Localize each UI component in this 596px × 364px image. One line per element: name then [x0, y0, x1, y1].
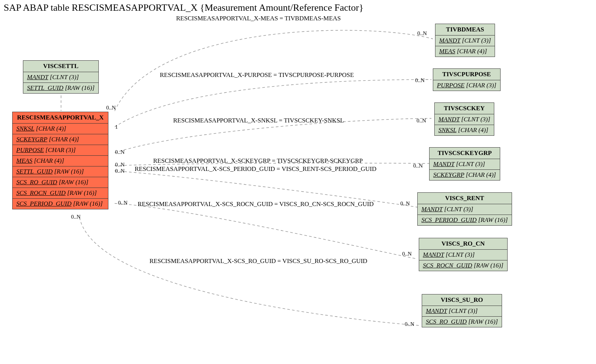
field-row: SCS_RO_GUID [RAW (16)]	[422, 317, 502, 327]
field-row: MANDT [CLNT (3)]	[435, 36, 495, 46]
entity-main: RESCISMEASAPPORTVAL_X SNKSL [CHAR (4)] S…	[12, 112, 108, 209]
cardinality: 0..N	[400, 200, 410, 207]
field-row: MANDT [CLNT (3)]	[419, 250, 507, 260]
field-row: SETTL_GUID [RAW (16)]	[23, 83, 98, 93]
field-row: MANDT [CLNT (3)]	[430, 159, 500, 170]
page-title: SAP ABAP table RESCISMEASAPPORTVAL_X {Me…	[4, 2, 364, 13]
entity-tivbdmeas: TIVBDMEAS MANDT [CLNT (3)] MEAS [CHAR (4…	[435, 24, 495, 57]
field-row: SNKSL [CHAR (4)]	[435, 125, 494, 135]
cardinality: 0..N	[115, 168, 125, 174]
field-row: SCS_ROCN_GUID [RAW (16)]	[419, 260, 507, 271]
cardinality: 0..N	[405, 321, 414, 327]
relation-label: RESCISMEASAPPORTVAL_X-PURPOSE = TIVSCPUR…	[160, 71, 354, 79]
field-row: SCKEYGRP [CHAR (4)]	[430, 170, 500, 180]
entity-header: RESCISMEASAPPORTVAL_X	[13, 112, 108, 124]
relation-label: RESCISMEASAPPORTVAL_X-MEAS = TIVBDMEAS-M…	[176, 15, 341, 22]
entity-header: VISCS_SU_RO	[422, 294, 502, 306]
entity-header: TIVSCPURPOSE	[433, 69, 500, 80]
field-row: SETTL_GUID [RAW (16)]	[13, 166, 108, 177]
cardinality: 0..N	[417, 118, 426, 124]
relation-label: RESCISMEASAPPORTVAL_X-SCS_PERIOD_GUID = …	[135, 165, 376, 173]
field-row: PURPOSE [CHAR (3)]	[13, 145, 108, 156]
entity-header: VISCS_RENT	[418, 193, 512, 204]
field-row: SCS_PERIOD_GUID [RAW (16)]	[13, 199, 108, 209]
field-row: MANDT [CLNT (3)]	[23, 72, 98, 83]
entity-tivscpurpose: TIVSCPURPOSE PURPOSE [CHAR (3)]	[433, 68, 501, 91]
field-row: MANDT [CLNT (3)]	[422, 306, 502, 317]
entity-header: TIVSCSCKEY	[435, 103, 494, 114]
entity-header: VISCSETTL	[23, 61, 98, 72]
entity-tivscsckeygrp: TIVSCSCKEYGRP MANDT [CLNT (3)] SCKEYGRP …	[429, 147, 500, 181]
cardinality: 0..N	[71, 214, 81, 220]
entity-viscs-ro-cn: VISCS_RO_CN MANDT [CLNT (3)] SCS_ROCN_GU…	[419, 238, 508, 271]
relation-label: RESCISMEASAPPORTVAL_X-SCS_ROCN_GUID = VI…	[138, 200, 374, 208]
field-row: MEAS [CHAR (4)]	[435, 46, 495, 57]
field-row: SNKSL [CHAR (4)]	[13, 124, 108, 134]
cardinality: 0..N	[415, 77, 425, 84]
cardinality: 0..N	[118, 200, 128, 206]
cardinality: 0..N	[417, 30, 427, 37]
field-row: SCS_ROCN_GUID [RAW (16)]	[13, 188, 108, 199]
entity-viscs-su-ro: VISCS_SU_RO MANDT [CLNT (3)] SCS_RO_GUID…	[422, 294, 502, 327]
relation-label: RESCISMEASAPPORTVAL_X-SCS_RO_GUID = VISC…	[149, 257, 367, 265]
cardinality: 0..N	[106, 105, 116, 111]
cardinality: 1	[115, 124, 118, 130]
entity-header: TIVBDMEAS	[435, 24, 495, 36]
field-row: MANDT [CLNT (3)]	[418, 204, 512, 215]
cardinality: 0..N	[413, 163, 423, 169]
field-row: SCKEYGRP [CHAR (4)]	[13, 134, 108, 145]
entity-header: VISCS_RO_CN	[419, 238, 507, 250]
cardinality: 0..N	[402, 251, 412, 257]
cardinality: 0..N	[115, 162, 125, 168]
entity-tivscsckey: TIVSCSCKEY MANDT [CLNT (3)] SNKSL [CHAR …	[434, 102, 494, 136]
entity-header: TIVSCSCKEYGRP	[430, 148, 500, 159]
field-row: SCS_PERIOD_GUID [RAW (16)]	[418, 215, 512, 225]
entity-viscs-rent: VISCS_RENT MANDT [CLNT (3)] SCS_PERIOD_G…	[417, 192, 512, 226]
field-row: SCS_RO_GUID [RAW (16)]	[13, 177, 108, 188]
field-row: MANDT [CLNT (3)]	[435, 114, 494, 125]
cardinality: 0..N	[115, 149, 125, 155]
relation-label: RESCISMEASAPPORTVAL_X-SNKSL = TIVSCSCKEY…	[173, 117, 344, 124]
relation-label: RESCISMEASAPPORTVAL_X-SCKEYGRP = TIVSCSC…	[153, 157, 363, 165]
entity-viscsettl: VISCSETTL MANDT [CLNT (3)] SETTL_GUID [R…	[23, 60, 99, 94]
field-row: PURPOSE [CHAR (3)]	[433, 80, 500, 91]
field-row: MEAS [CHAR (4)]	[13, 156, 108, 166]
